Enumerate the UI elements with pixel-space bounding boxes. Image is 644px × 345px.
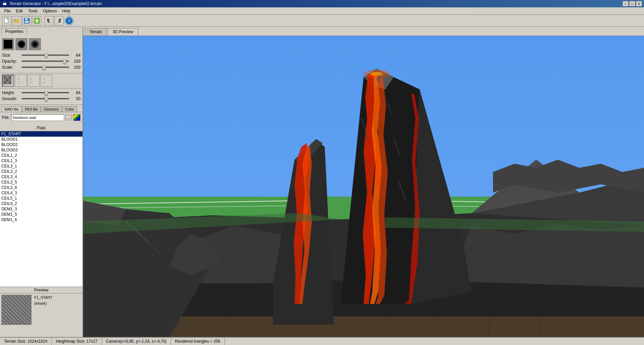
flat-item-blood1[interactable]: BLOOD1 bbox=[0, 137, 83, 142]
color-grid-button[interactable] bbox=[73, 114, 80, 121]
brush-medium[interactable] bbox=[15, 38, 28, 50]
menu-edit[interactable]: Edit bbox=[13, 8, 25, 14]
save-button[interactable] bbox=[22, 16, 32, 25]
svg-rect-16 bbox=[4, 79, 6, 81]
flat-item-ceil3_4[interactable]: CEIL3_4 bbox=[0, 174, 83, 180]
color-tab[interactable]: Color bbox=[62, 106, 77, 112]
svg-rect-13 bbox=[4, 76, 6, 78]
flatten-mode-button[interactable]: ↑↓ ↓↑ bbox=[40, 75, 52, 87]
properties-tab-button[interactable]: Properties bbox=[1, 28, 27, 35]
terrain-scene bbox=[83, 36, 644, 337]
flat-item-ceil3_2[interactable]: CEIL3_2 bbox=[0, 169, 83, 174]
flat-item-ceil1_3[interactable]: CEIL1_3 bbox=[0, 158, 83, 163]
wad-content: File: ... bbox=[0, 112, 83, 125]
properties-tab-header: Properties bbox=[0, 27, 83, 36]
opacity-slider-row: Opacity: 100 bbox=[2, 59, 80, 64]
new-button[interactable] bbox=[2, 16, 11, 25]
directory-tab[interactable]: Directory bbox=[41, 106, 62, 112]
flats-list-container: F1_START BLOOD1 BLOOD2 BLOOD3 CEIL1_2 CE… bbox=[0, 131, 83, 287]
flat-item-dem1_6[interactable]: DEM1_6 bbox=[0, 217, 83, 222]
svg-rect-15 bbox=[9, 76, 11, 78]
grid-mode-button[interactable] bbox=[2, 75, 14, 87]
svg-text:↑↑: ↑↑ bbox=[17, 81, 20, 84]
flats-list[interactable]: F1_START BLOOD1 BLOOD2 BLOOD3 CEIL1_2 CE… bbox=[0, 131, 83, 287]
smooth-mode-button[interactable]: ↑↑ ↑↑ bbox=[28, 75, 40, 87]
status-bar: Terrain Size: 1024x1024 Heightmap Size: … bbox=[0, 337, 644, 345]
flat-item-ceil1_2[interactable]: CEIL1_2 bbox=[0, 153, 83, 158]
preview-3d-tab[interactable]: 3D Preview bbox=[108, 28, 138, 36]
pk3-file-tab[interactable]: PK3 file bbox=[22, 106, 41, 112]
flat-item-ceil3_1[interactable]: CEIL3_1 bbox=[0, 163, 83, 169]
opacity-label: Opacity: bbox=[2, 59, 20, 64]
flat-item-ceil3_5[interactable]: CEIL3_5 bbox=[0, 180, 83, 185]
raise-mode-button[interactable]: ↓↑ ↑↑ bbox=[15, 75, 27, 87]
svg-text:↓↑: ↓↑ bbox=[17, 77, 20, 80]
brush-hard[interactable] bbox=[2, 38, 14, 50]
scale-track[interactable] bbox=[22, 67, 69, 68]
flat-item-ceil5_2[interactable]: CEIL5_2 bbox=[0, 201, 83, 206]
size-value: 64 bbox=[70, 53, 80, 58]
menu-file[interactable]: File bbox=[1, 8, 13, 14]
preview-size: (64x64) bbox=[34, 301, 52, 307]
svg-rect-19 bbox=[4, 82, 6, 84]
height-thumb[interactable] bbox=[45, 91, 48, 96]
svg-text:↑↑: ↑↑ bbox=[30, 81, 32, 84]
open-button[interactable] bbox=[12, 16, 21, 25]
maximize-button[interactable]: □ bbox=[629, 1, 635, 6]
opacity-track[interactable] bbox=[22, 61, 69, 62]
svg-rect-5 bbox=[25, 18, 28, 20]
svg-rect-14 bbox=[6, 76, 8, 78]
smooth-slider-row: Smooth: 50 bbox=[2, 96, 80, 101]
svg-text:↑↓: ↑↓ bbox=[43, 77, 45, 80]
menu-options[interactable]: Options bbox=[40, 8, 59, 14]
smooth-thumb[interactable] bbox=[45, 97, 48, 102]
menu-tools[interactable]: Tools bbox=[25, 8, 40, 14]
smooth-value: 50 bbox=[70, 96, 80, 101]
svg-marker-9 bbox=[47, 18, 48, 20]
height-track[interactable] bbox=[22, 92, 69, 93]
menu-help[interactable]: Help bbox=[59, 8, 73, 14]
smooth-track[interactable] bbox=[22, 98, 69, 99]
svg-rect-6 bbox=[25, 21, 29, 23]
brush-soft[interactable] bbox=[29, 38, 41, 50]
scale-slider-row: Scale: 100 bbox=[2, 65, 80, 70]
svg-rect-20 bbox=[6, 82, 8, 84]
redo-button[interactable] bbox=[54, 16, 64, 25]
flat-item-ceil4_3[interactable]: CEIL4_3 bbox=[0, 190, 83, 196]
scale-thumb[interactable] bbox=[42, 66, 46, 70]
close-button[interactable]: ✕ bbox=[636, 1, 642, 6]
info-button[interactable]: i bbox=[64, 16, 74, 25]
menu-bar: File Edit Tools Options Help bbox=[0, 7, 644, 15]
size-slider-row: Size: 64 bbox=[2, 53, 80, 58]
undo-button[interactable] bbox=[44, 16, 54, 25]
opacity-thumb[interactable] bbox=[63, 60, 66, 64]
preview-header: Preview bbox=[0, 287, 83, 293]
window-title: Terrain Generator - F:\...ample02\Exampl… bbox=[9, 1, 102, 6]
preview-name: F1_START bbox=[34, 295, 52, 301]
left-panel: Properties Size: 64 bbox=[0, 27, 83, 337]
flat-item-blood3[interactable]: BLOOD3 bbox=[0, 147, 83, 153]
flat-item-ceil5_1[interactable]: CEIL5_1 bbox=[0, 196, 83, 201]
flat-item-dem1_3[interactable]: DEM1_3 bbox=[0, 206, 83, 212]
size-label: Size: bbox=[2, 53, 20, 58]
wad-file-tab[interactable]: WAD file bbox=[1, 106, 21, 112]
flat-item-blood2[interactable]: BLOOD2 bbox=[0, 142, 83, 147]
opacity-value: 100 bbox=[70, 59, 80, 64]
flat-item-ceil3_6[interactable]: CEIL3_6 bbox=[0, 185, 83, 190]
size-thumb[interactable] bbox=[45, 54, 48, 58]
size-track[interactable] bbox=[22, 55, 69, 56]
browse-button[interactable]: ... bbox=[65, 115, 72, 120]
flat-item-f1start[interactable]: F1_START bbox=[0, 131, 83, 137]
export-button[interactable] bbox=[32, 16, 42, 25]
height-section: Height: 64 Smooth: 50 bbox=[0, 88, 83, 105]
minimize-button[interactable]: ─ bbox=[623, 1, 629, 6]
terrain-tab[interactable]: Terrain bbox=[85, 28, 107, 36]
file-input[interactable] bbox=[11, 114, 64, 121]
flat-item-dem1_5[interactable]: DEM1_5 bbox=[0, 212, 83, 217]
preview-section: Preview F1_START (64x64) bbox=[0, 287, 83, 337]
triangles-status: Rendered triangles = 256 bbox=[171, 338, 225, 345]
wad-tabs: WAD file PK3 file Directory Color bbox=[0, 105, 83, 112]
3d-view bbox=[83, 36, 644, 337]
heightmap-size-status: Heightmap Size: 17x17 bbox=[52, 338, 102, 345]
window-controls: ─ □ ✕ bbox=[623, 1, 642, 6]
